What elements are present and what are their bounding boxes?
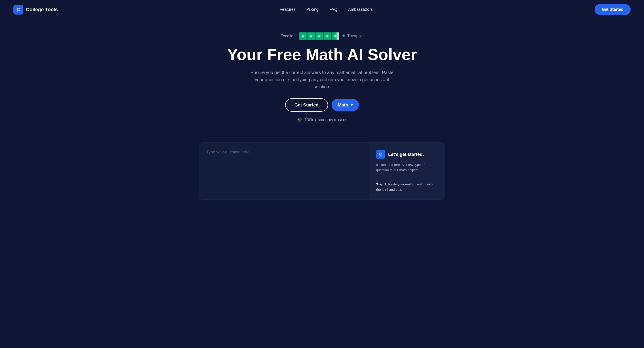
navbar-nav: Features Pricing FAQ Ambassadors (280, 7, 373, 12)
star-2: ★ (308, 32, 314, 40)
question-sidebar: C Let's get started. It's fast and free.… (369, 143, 445, 200)
star-4: ★ (324, 32, 331, 40)
trustpilot-brand-name: Trustpilot (347, 34, 364, 38)
nav-ambassadors[interactable]: Ambassadors (348, 7, 373, 12)
hero-get-started-button[interactable]: Get Started (285, 98, 328, 112)
sidebar-logo-icon: C (376, 150, 385, 159)
nav-features[interactable]: Features (280, 7, 296, 12)
subject-label: Math (338, 102, 348, 108)
trustpilot-brand: ★ Trustpilot (342, 33, 364, 39)
hero-title: Your Free Math AI Solver (227, 46, 417, 64)
question-box-container: Type your question here... C Let's get s… (199, 142, 445, 200)
star-3: ★ (316, 32, 323, 40)
trustpilot-brand-icon: ★ (342, 33, 346, 39)
hero-subtitle: Ensure you get the correct answers to an… (246, 69, 398, 90)
navbar: C College Tools Features Pricing FAQ Amb… (0, 0, 644, 19)
graduation-cap-icon: 🎓 (297, 117, 303, 123)
question-input-area[interactable]: Type your question here... (199, 143, 369, 200)
trust-text: 100k + students trust us (304, 118, 348, 122)
chevron-down-icon: ▾ (351, 103, 353, 107)
star-1: ★ (300, 32, 306, 40)
question-placeholder: Type your question here... (206, 150, 253, 154)
nav-faq[interactable]: FAQ (330, 7, 338, 12)
hero-section: Excellent ★ ★ ★ ★ ★ ★ Trustpilot Your Fr… (0, 19, 644, 142)
subject-dropdown-button[interactable]: Math ▾ (332, 99, 359, 111)
trustpilot-label: Excellent (280, 34, 297, 38)
navbar-get-started-button[interactable]: Get Started (594, 4, 630, 15)
logo-text: College Tools (26, 7, 58, 12)
step-1-label: Step 1: (376, 182, 387, 186)
trustpilot-row: Excellent ★ ★ ★ ★ ★ ★ Trustpilot (280, 32, 364, 40)
star-5-half: ★ (332, 32, 339, 40)
trustpilot-stars: ★ ★ ★ ★ ★ (300, 32, 339, 40)
logo-icon: C (14, 5, 23, 14)
sidebar-step-1: Step 1: Paste your math question into th… (376, 182, 438, 192)
nav-pricing[interactable]: Pricing (306, 7, 319, 12)
sidebar-header: C Let's get started. (376, 150, 438, 159)
navbar-brand: C College Tools (14, 5, 58, 14)
sidebar-divider (376, 177, 438, 177)
question-section: Type your question here... C Let's get s… (0, 142, 644, 200)
hero-actions: Get Started Math ▾ (285, 98, 359, 112)
trust-badge: 🎓 100k + students trust us (297, 117, 348, 123)
sidebar-description: It's fast and free. Ask any type of ques… (376, 162, 438, 172)
sidebar-title: Let's get started. (388, 152, 424, 157)
